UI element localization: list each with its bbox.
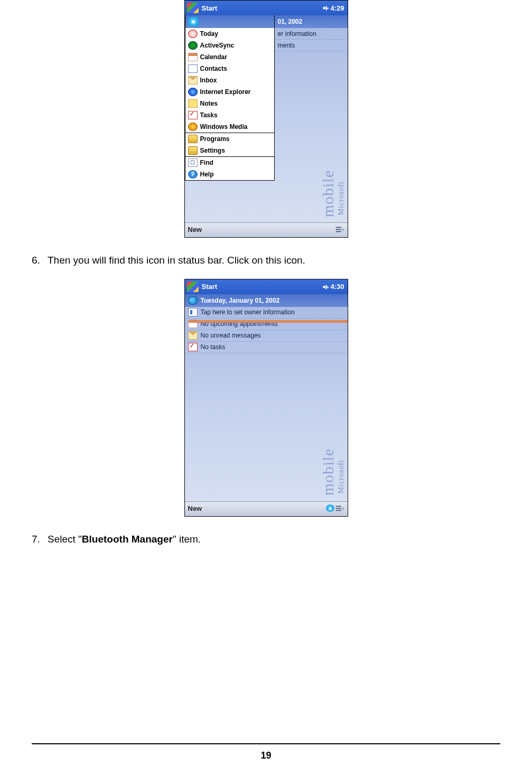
instruction-step-7: 7. Select "Bluetooth Manager" item.: [32, 532, 500, 546]
today-row-no-upcoming-appointments[interactable]: No upcoming appointments: [185, 319, 348, 330]
start-menu: ∗ TodayActiveSyncCalendarContactsInboxIn…: [185, 15, 275, 181]
windows-flag-icon: [187, 282, 199, 292]
folder-icon: [188, 135, 198, 143]
start-menu-item-inbox[interactable]: Inbox: [185, 74, 274, 86]
folder-icon: [188, 146, 198, 155]
menu-item-label: Notes: [200, 100, 218, 107]
ie-icon: [188, 88, 198, 96]
start-menu-item-tasks[interactable]: Tasks: [185, 109, 274, 121]
footer-rule: [32, 743, 500, 744]
new-button[interactable]: New: [188, 226, 334, 233]
menu-item-label: Internet Explorer: [200, 88, 251, 96]
title-text: Start: [202, 283, 323, 291]
mail-icon: [188, 331, 198, 340]
bluetooth-tray-icon[interactable]: ∗: [326, 504, 334, 512]
title-bar[interactable]: Start ◀᎙ 4:30: [185, 279, 348, 294]
home-icon: [188, 30, 198, 38]
start-menu-item-settings[interactable]: Settings: [185, 145, 274, 156]
brand-text: mobileMicrosoft: [319, 170, 346, 217]
speaker-icon[interactable]: ◀᎙: [322, 4, 329, 12]
menu-item-label: Today: [200, 30, 218, 38]
step-text: Then you will find this icon in status b…: [48, 254, 305, 267]
start-menu-header[interactable]: ∗: [185, 15, 274, 28]
today-row-no-unread-messages[interactable]: No unread messages: [185, 330, 348, 342]
step-text: Select "Bluetooth Manager" item.: [48, 532, 201, 546]
sync-icon: [188, 41, 198, 50]
menu-item-label: Calendar: [200, 53, 227, 61]
instruction-step-6: 6. Then you will find this icon in statu…: [32, 254, 500, 267]
brand-text: mobileMicrosoft: [319, 448, 346, 495]
sip-icon[interactable]: ☰▫: [336, 226, 344, 233]
title-bar[interactable]: Start ◀᎙ 4:29: [185, 1, 348, 15]
today-row-tap-here-to-set-owner-in[interactable]: Tap here to set owner information: [185, 307, 348, 319]
menu-item-label: Settings: [200, 147, 225, 154]
start-menu-item-today[interactable]: Today: [185, 28, 274, 40]
windows-flag-icon: [187, 3, 199, 13]
clock-text: 4:29: [330, 4, 344, 12]
start-menu-item-windows-media[interactable]: Windows Media: [185, 121, 274, 133]
step-number: 7.: [32, 532, 48, 546]
media-icon: [188, 123, 198, 131]
today-date-row[interactable]: 01, 2002: [275, 15, 348, 28]
menu-item-label: Programs: [200, 135, 230, 143]
bottom-bar: New ☰▫: [185, 222, 348, 236]
date-fragment: 01, 2002: [278, 18, 303, 25]
menu-item-label: Inbox: [200, 77, 217, 84]
globe-icon: [188, 296, 198, 305]
today-row-no-tasks[interactable]: No tasks: [185, 342, 348, 353]
bluetooth-icon: ∗: [188, 17, 199, 26]
owner-info-row[interactable]: er information: [275, 28, 348, 40]
start-menu-item-programs[interactable]: Programs: [185, 133, 274, 145]
bold-term: Bluetooth Manager: [82, 534, 173, 545]
bottom-bar: New ∗ ☰▫: [185, 501, 348, 515]
pocketpc-screenshot-today: Start ◀᎙ 4:30 Tuesday, January 01, 2002T…: [184, 279, 348, 517]
start-menu-item-contacts[interactable]: Contacts: [185, 63, 274, 74]
menu-item-label: Contacts: [200, 65, 227, 72]
owner-fragment: er information: [278, 30, 316, 38]
start-menu-item-help[interactable]: ?Help: [185, 169, 274, 180]
task-icon: [188, 111, 198, 119]
menu-item-label: ActiveSync: [200, 42, 235, 49]
mail-icon: [188, 76, 198, 85]
appt-fragment: ments: [278, 42, 295, 49]
today-row-label: No unread messages: [201, 332, 261, 339]
title-text: Start: [202, 4, 323, 12]
start-menu-item-calendar[interactable]: Calendar: [185, 51, 274, 63]
start-menu-item-internet-explorer[interactable]: Internet Explorer: [185, 86, 274, 98]
notes-icon: [188, 99, 198, 108]
help-icon: ?: [188, 170, 198, 179]
today-row-tuesday-january-01-2002[interactable]: Tuesday, January 01, 2002: [185, 294, 348, 307]
cal-icon: [188, 320, 198, 328]
menu-item-label: Windows Media: [200, 123, 248, 130]
task-icon: [188, 343, 198, 351]
today-row-label: Tuesday, January 01, 2002: [201, 297, 280, 304]
step-number: 6.: [32, 254, 48, 267]
cal-icon: [188, 53, 198, 61]
menu-item-label: Tasks: [200, 111, 218, 119]
start-menu-item-notes[interactable]: Notes: [185, 98, 274, 109]
appointments-row[interactable]: ments: [275, 40, 348, 51]
menu-item-label: Find: [200, 159, 213, 166]
start-menu-item-find[interactable]: Find: [185, 157, 274, 169]
today-row-label: No tasks: [201, 343, 226, 351]
page-number: 19: [0, 750, 532, 761]
new-button[interactable]: New: [188, 504, 324, 512]
sip-icon[interactable]: ☰▫: [336, 504, 344, 512]
today-row-label: Tap here to set owner information: [201, 308, 295, 316]
contacts-icon: [188, 64, 198, 73]
clock-text: 4:30: [330, 283, 344, 291]
menu-item-label: Help: [200, 171, 214, 178]
owner-icon: [188, 308, 198, 316]
speaker-icon[interactable]: ◀᎙: [322, 283, 329, 291]
find-icon: [188, 158, 198, 167]
start-menu-item-activesync[interactable]: ActiveSync: [185, 40, 274, 51]
pocketpc-screenshot-startmenu: Start ◀᎙ 4:29 01, 2002 er information me…: [184, 0, 348, 238]
